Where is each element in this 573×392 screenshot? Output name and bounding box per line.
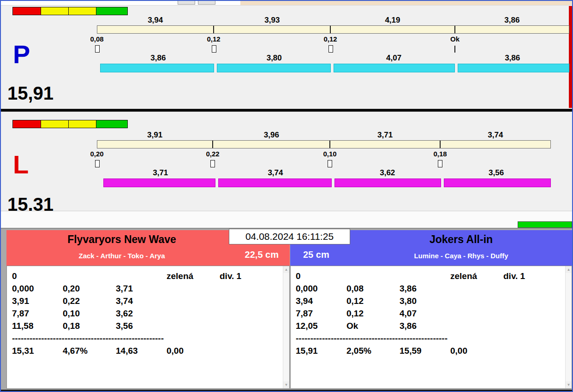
divider-dashes: ----------------------------------------… bbox=[296, 332, 563, 344]
run-time: 3,74 bbox=[218, 168, 334, 178]
window-tab-fragment-2[interactable] bbox=[198, 1, 215, 5]
p-run-times-row: 3,86 3,80 4,07 3,86 bbox=[100, 53, 569, 63]
change-time: 0,18 bbox=[433, 150, 447, 158]
split-bar-segment bbox=[331, 26, 455, 33]
change-time: 0,08 bbox=[346, 282, 400, 295]
lane-p-total-time: 15,91 bbox=[7, 83, 54, 103]
traffic-yellow-light-2 bbox=[69, 7, 96, 15]
cumulative-time: 7,87 bbox=[296, 307, 346, 320]
net-time: 15,59 bbox=[400, 344, 450, 357]
window-tab-fragment-1[interactable] bbox=[178, 1, 195, 5]
run-time: 3,86 bbox=[400, 320, 450, 332]
total-time: 15,91 bbox=[296, 344, 346, 357]
traffic-green-light bbox=[96, 120, 127, 128]
run-time: 3,71 bbox=[116, 282, 167, 295]
penalty-time: 0,00 bbox=[450, 344, 503, 357]
status-row: 0 zelená div. 1 bbox=[296, 270, 563, 282]
cumulative-time: 3,91 bbox=[12, 295, 63, 307]
cumulative-time: 0,000 bbox=[296, 282, 346, 295]
split-bar-segment bbox=[97, 141, 213, 148]
change-time: 0,12 bbox=[207, 35, 220, 43]
run-bar-segment bbox=[444, 178, 551, 187]
traffic-red-light bbox=[13, 120, 41, 128]
run-time: 3,86 bbox=[455, 53, 569, 63]
change-time: 0,08 bbox=[90, 35, 103, 43]
p-split-times-row: 3,94 3,93 4,19 3,86 bbox=[97, 16, 569, 25]
right-team-results-panel: 0 zelená div. 1 0,000 0,08 3,86 3,94 0,1… bbox=[290, 266, 572, 389]
run-bar-segment bbox=[218, 178, 332, 187]
run-time: 3,56 bbox=[442, 168, 551, 178]
run-bar-segment bbox=[100, 64, 214, 72]
change-time: 0,10 bbox=[63, 307, 116, 320]
left-team-name: Flyvaryors New Wave bbox=[6, 233, 237, 246]
change-time: 0,20 bbox=[90, 150, 103, 158]
division-label: div. 1 bbox=[503, 270, 563, 282]
split-bar-segment bbox=[455, 26, 569, 33]
right-red-indicator-strip bbox=[569, 6, 572, 108]
traffic-yellow-light-1 bbox=[41, 120, 69, 128]
datetime-display: 04.08.2024 16:11:25 bbox=[229, 229, 350, 244]
division-label: div. 1 bbox=[220, 270, 281, 282]
bottom-window-strip bbox=[1, 390, 572, 392]
cumulative-time: 12,05 bbox=[296, 320, 346, 332]
heat-counter: 0 bbox=[12, 270, 63, 282]
change-time: 0,22 bbox=[206, 150, 219, 158]
cumulative-time: 3,94 bbox=[296, 295, 346, 307]
run-time: 3,80 bbox=[400, 295, 450, 307]
run-time: 3,62 bbox=[116, 307, 167, 320]
l-run-bar bbox=[103, 178, 551, 187]
change-marker-box bbox=[95, 160, 100, 167]
run-time: 3,62 bbox=[333, 168, 442, 178]
result-row: 7,87 0,12 4,07 bbox=[296, 307, 563, 320]
run-time: 3,71 bbox=[103, 168, 218, 178]
run-time: 3,86 bbox=[100, 53, 216, 63]
split-time: 3,91 bbox=[97, 131, 213, 140]
traffic-red-light bbox=[13, 7, 41, 15]
right-panel-scrollbar[interactable]: ▲ ▼ bbox=[565, 266, 572, 388]
traffic-light-bar-p bbox=[12, 7, 128, 15]
left-panel-scrollbar[interactable]: ▲ ▼ bbox=[283, 266, 289, 388]
scroll-down-icon[interactable]: ▼ bbox=[566, 381, 572, 388]
loss-percent: 2,05% bbox=[346, 344, 400, 357]
scroll-up-icon[interactable]: ▲ bbox=[283, 266, 289, 273]
app-window: 3,94 3,93 4,19 3,86 0,08 0,12 0,12 Ok 3,… bbox=[0, 0, 573, 392]
traffic-yellow-light-1 bbox=[41, 7, 69, 15]
right-team-jump-height: 25 cm bbox=[303, 249, 329, 260]
run-time: 4,07 bbox=[400, 307, 450, 320]
result-row: 3,91 0,22 3,74 bbox=[12, 295, 281, 307]
green-status-box bbox=[518, 221, 572, 228]
change-time: 0,12 bbox=[346, 295, 400, 307]
change-marker-tick bbox=[454, 46, 455, 53]
run-bar-segment bbox=[334, 64, 455, 72]
change-marker-box bbox=[328, 160, 332, 167]
split-time: 3,94 bbox=[97, 16, 214, 25]
penalty-time: 0,00 bbox=[167, 344, 220, 357]
run-time: 3,80 bbox=[216, 53, 332, 63]
l-run-times-row: 3,71 3,74 3,62 3,56 bbox=[103, 168, 551, 178]
result-row: 12,05 Ok 3,86 bbox=[296, 320, 563, 332]
scroll-up-icon[interactable]: ▲ bbox=[566, 266, 572, 273]
run-bar-segment bbox=[103, 178, 215, 187]
status-color-label: zelená bbox=[167, 270, 220, 282]
change-time: 0,18 bbox=[63, 320, 116, 332]
heat-counter: 0 bbox=[296, 270, 346, 282]
total-time: 15,31 bbox=[12, 344, 63, 357]
cumulative-time: 11,58 bbox=[12, 320, 63, 332]
result-row: 0,000 0,20 3,71 bbox=[12, 282, 281, 295]
run-bar-segment bbox=[458, 64, 569, 72]
lane-l-letter: L bbox=[13, 151, 29, 178]
split-time: 3,96 bbox=[213, 131, 330, 140]
change-marker-box bbox=[328, 45, 333, 53]
change-time: 0,12 bbox=[346, 307, 400, 320]
teams-section: Flyvaryors New Wave Zack - Arthur - Toko… bbox=[1, 228, 572, 390]
change-marker-box bbox=[95, 45, 100, 53]
split-time: 3,86 bbox=[455, 16, 569, 25]
traffic-yellow-light-2 bbox=[69, 120, 96, 128]
p-split-bar bbox=[97, 25, 569, 34]
lane-p-panel: 3,94 3,93 4,19 3,86 0,08 0,12 0,12 Ok 3,… bbox=[1, 5, 572, 109]
right-team-name: Jokers All-in bbox=[350, 233, 572, 246]
scroll-down-icon[interactable]: ▼ bbox=[283, 381, 289, 388]
split-bar-segment bbox=[213, 141, 330, 148]
cumulative-time: 0,000 bbox=[12, 282, 63, 295]
run-bar-segment bbox=[334, 178, 441, 187]
